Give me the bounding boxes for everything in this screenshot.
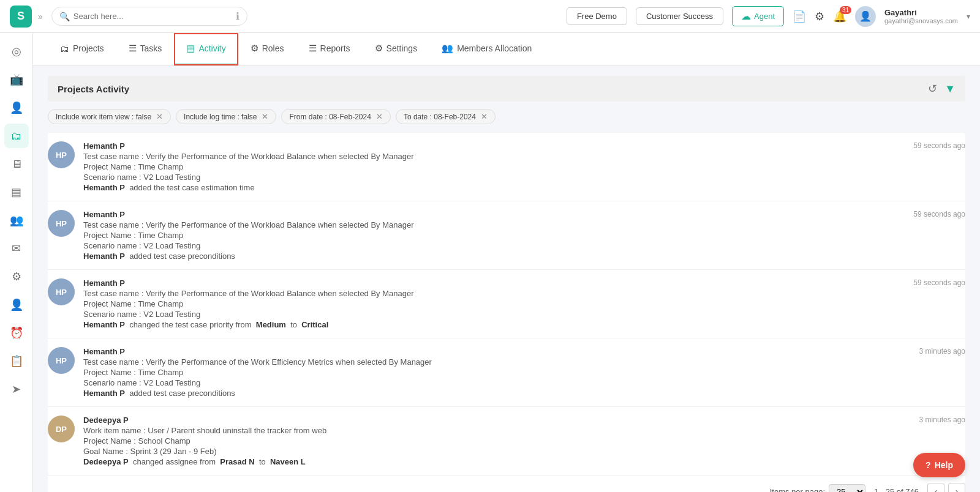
activity-user: Hemanth P xyxy=(83,210,965,219)
activity-action-line: Hemanth P added the test case estimation… xyxy=(83,183,965,192)
tab-tasks[interactable]: ☰ Tasks xyxy=(116,33,175,65)
filter-chip-log-time-close[interactable]: ✕ xyxy=(262,112,268,121)
activity-content: Hemanth P Test case name : Verify the Pe… xyxy=(83,210,965,261)
avatar: HP xyxy=(48,278,75,305)
activity-item: HP Hemanth P Test case name : Verify the… xyxy=(48,201,965,270)
page-body: Projects Activity ↺ ▼ Include work item … xyxy=(33,76,980,492)
sidebar-item-mail[interactable]: ✉ xyxy=(4,236,29,261)
activity-header: Projects Activity ↺ ▼ xyxy=(48,76,965,102)
filter-chips: Include work item view : false ✕ Include… xyxy=(48,109,965,124)
activity-line: Scenario name : V2 Load Testing xyxy=(83,241,965,250)
activity-line: Project Name : Time Champ xyxy=(83,299,965,308)
page-nav: ‹ › xyxy=(927,483,965,492)
customer-success-button[interactable]: Customer Success xyxy=(636,7,723,25)
activity-action-line: Hemanth P changed the test case priority… xyxy=(83,320,965,329)
activity-content: Hemanth P Test case name : Verify the Pe… xyxy=(83,278,965,329)
tab-projects[interactable]: 🗂 Projects xyxy=(48,34,116,65)
notification-icon[interactable]: 🔔 31 xyxy=(833,10,846,23)
sidebar-item-dashboard[interactable]: ◎ xyxy=(4,39,29,64)
filter-chip-from-date: From date : 08-Feb-2024 ✕ xyxy=(281,109,390,124)
tab-members-allocation[interactable]: 👥 Members Allocation xyxy=(429,33,544,65)
activity-line: Project Name : Time Champ xyxy=(83,368,965,377)
sidebar-item-monitor[interactable]: 📺 xyxy=(4,67,29,92)
info-icon[interactable]: ℹ xyxy=(236,10,239,22)
sidebar-item-settings[interactable]: ⚙ xyxy=(4,264,29,289)
user-dropdown-arrow[interactable]: ▾ xyxy=(967,12,970,21)
activity-action-line: Hemanth P added test case preconditions xyxy=(83,389,965,398)
avatar: HP xyxy=(48,210,75,237)
tab-activity[interactable]: ▤ Activity xyxy=(174,33,238,65)
filter-chip-work-item-view-close[interactable]: ✕ xyxy=(156,112,163,121)
tab-settings[interactable]: ⚙ Settings xyxy=(363,33,430,65)
activity-time: 3 minutes ago xyxy=(919,416,965,424)
activity-content: Hemanth P Test case name : Verify the Pe… xyxy=(83,141,965,192)
tab-reports-icon: ☰ xyxy=(309,43,317,54)
activity-time: 59 seconds ago xyxy=(913,141,965,150)
search-input[interactable] xyxy=(74,12,230,21)
tab-settings-icon: ⚙ xyxy=(375,43,383,54)
sidebar-item-clock[interactable]: ⏰ xyxy=(4,321,29,345)
search-box: 🔍 ℹ xyxy=(51,7,247,26)
sidebar-item-person[interactable]: 👤 xyxy=(4,293,29,317)
sidebar-item-send[interactable]: ➤ xyxy=(4,377,29,401)
next-page-button[interactable]: › xyxy=(948,483,965,492)
activity-item: HP Hemanth P Test case name : Verify the… xyxy=(48,338,965,407)
header-actions: ↺ ▼ xyxy=(928,82,956,95)
refresh-icon[interactable]: ↺ xyxy=(928,82,937,95)
help-icon: ? xyxy=(925,460,931,470)
tab-activity-icon: ▤ xyxy=(186,43,195,54)
document-icon[interactable]: 📄 xyxy=(793,10,806,23)
user-info: Gayathri gayathri@snovasys.com xyxy=(884,8,958,24)
topbar: S » 🔍 ℹ Free Demo Customer Success ☁ Age… xyxy=(0,0,980,33)
activity-item: DP Dedeepya P Work item name : User / Pa… xyxy=(48,407,965,475)
sidebar-item-billing[interactable]: ▤ xyxy=(4,180,29,204)
page-title: Projects Activity xyxy=(58,84,129,94)
sidebar-item-user[interactable]: 👤 xyxy=(4,95,29,120)
tab-members-icon: 👥 xyxy=(442,43,453,54)
filter-chip-to-date: To date : 08-Feb-2024 ✕ xyxy=(396,109,496,124)
sidebar-item-projects[interactable]: 🗂 xyxy=(4,124,29,148)
main-content: 🗂 Projects ☰ Tasks ▤ Activity ⚙ Roles ☰ … xyxy=(33,33,980,492)
pagination-bar: Items per page: 25 50 100 1 - 25 of 746 … xyxy=(48,475,965,492)
activity-line: Project Name : School Champ xyxy=(83,436,965,445)
tab-roles-icon: ⚙ xyxy=(251,43,258,54)
activity-line: Scenario name : V2 Load Testing xyxy=(83,310,965,319)
settings-icon[interactable]: ⚙ xyxy=(815,10,824,23)
user-email: gayathri@snovasys.com xyxy=(884,17,958,24)
tab-reports[interactable]: ☰ Reports xyxy=(296,33,363,65)
free-demo-button[interactable]: Free Demo xyxy=(567,7,627,25)
activity-action-line: Hemanth P added test case preconditions xyxy=(83,252,965,261)
per-page-select[interactable]: 25 50 100 xyxy=(829,484,865,493)
activity-line: Test case name : Verify the Performance … xyxy=(83,220,965,229)
sidebar-item-screen[interactable]: 🖥 xyxy=(4,152,29,176)
prev-page-button[interactable]: ‹ xyxy=(927,483,944,492)
activity-list: HP Hemanth P Test case name : Verify the… xyxy=(48,133,965,475)
sidebar: ◎ 📺 👤 🗂 🖥 ▤ 👥 ✉ ⚙ 👤 ⏰ 📋 ➤ xyxy=(0,33,33,492)
activity-user: Dedeepya P xyxy=(83,416,965,425)
avatar: DP xyxy=(48,416,75,442)
help-button[interactable]: ? Help xyxy=(913,453,965,477)
filter-chip-to-date-close[interactable]: ✕ xyxy=(481,112,488,121)
tab-bar: 🗂 Projects ☰ Tasks ▤ Activity ⚙ Roles ☰ … xyxy=(33,33,980,66)
sidebar-item-report[interactable]: 📋 xyxy=(4,349,29,373)
sidebar-item-team[interactable]: 👥 xyxy=(4,208,29,233)
activity-line: Test case name : Verify the Performance … xyxy=(83,289,965,298)
agent-icon: ☁ xyxy=(741,10,751,22)
filter-icon[interactable]: ▼ xyxy=(944,83,956,95)
activity-action-line: Dedeepya P changed assignee from Prasad … xyxy=(83,457,965,466)
agent-button[interactable]: ☁ Agent xyxy=(732,6,784,26)
activity-line: Work item name : User / Parent should un… xyxy=(83,426,965,435)
search-icon: 🔍 xyxy=(59,12,70,21)
tab-tasks-icon: ☰ xyxy=(129,43,137,54)
activity-line: Test case name : Verify the Performance … xyxy=(83,152,965,161)
activity-user: Hemanth P xyxy=(83,278,965,288)
activity-content: Dedeepya P Work item name : User / Paren… xyxy=(83,416,965,466)
tab-roles[interactable]: ⚙ Roles xyxy=(238,33,296,65)
activity-time: 59 seconds ago xyxy=(913,210,965,218)
topbar-right: Free Demo Customer Success ☁ Agent 📄 ⚙ 🔔… xyxy=(567,6,970,27)
activity-line: Goal Name : Sprint 3 (29 Jan - 9 Feb) xyxy=(83,447,965,456)
expand-icon[interactable]: » xyxy=(38,12,43,21)
filter-chip-from-date-close[interactable]: ✕ xyxy=(376,112,383,121)
activity-line: Project Name : Time Champ xyxy=(83,231,965,240)
notification-badge: 31 xyxy=(840,6,851,14)
